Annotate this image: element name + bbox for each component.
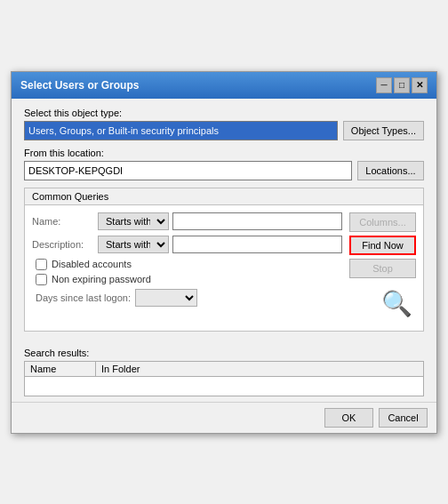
dialog-title: Select Users or Groups: [20, 79, 139, 92]
ok-button[interactable]: OK: [324, 408, 373, 428]
days-dropdown[interactable]: [135, 289, 197, 307]
object-type-input[interactable]: [24, 121, 338, 140]
days-label: Days since last logon:: [36, 292, 131, 303]
description-query-row: Description: Starts with: [32, 236, 342, 253]
columns-section: Name: Starts with Description: Starts wi…: [32, 212, 416, 318]
name-query-input[interactable]: [172, 212, 342, 230]
col-folder: In Folder: [96, 362, 167, 376]
results-table: Name In Folder: [24, 361, 424, 396]
description-starts-with-dropdown[interactable]: Starts with: [98, 236, 169, 253]
cancel-button[interactable]: Cancel: [379, 408, 428, 428]
close-button[interactable]: ✕: [412, 77, 428, 93]
search-magnify-icon: 🔍: [381, 289, 412, 318]
select-users-dialog: Select Users or Groups ─ □ ✕ Select this…: [11, 71, 437, 434]
name-starts-with-dropdown[interactable]: Starts with: [98, 212, 169, 230]
common-queries-tab[interactable]: Common Queries: [25, 188, 423, 205]
search-results-label: Search results:: [24, 348, 424, 358]
results-section: Search results: Name In Folder: [12, 348, 436, 402]
side-buttons: Columns... Find Now Stop 🔍: [349, 212, 416, 318]
maximize-button[interactable]: □: [394, 77, 410, 93]
description-query-label: Description:: [32, 239, 94, 250]
common-queries-body: Name: Starts with Description: Starts wi…: [25, 205, 423, 331]
footer-buttons: OK Cancel: [12, 402, 436, 433]
find-now-button[interactable]: Find Now: [349, 236, 416, 255]
object-types-button[interactable]: Object Types...: [343, 121, 424, 140]
columns-button[interactable]: Columns...: [349, 212, 416, 232]
results-header: Name In Folder: [25, 362, 423, 377]
dialog-body: Select this object type: Object Types...…: [12, 99, 436, 348]
name-query-label: Name:: [32, 216, 94, 227]
title-controls: ─ □ ✕: [376, 77, 428, 93]
minimize-button[interactable]: ─: [376, 77, 392, 93]
non-expiring-label: Non expiring password: [52, 274, 151, 284]
object-type-label: Select this object type:: [24, 108, 424, 118]
search-icon-area: 🔍: [381, 289, 416, 318]
disabled-accounts-checkbox[interactable]: [36, 259, 47, 270]
location-input[interactable]: [24, 161, 352, 180]
queries-area: Name: Starts with Description: Starts wi…: [32, 212, 342, 318]
object-type-row: Object Types...: [24, 121, 424, 140]
disabled-accounts-label: Disabled accounts: [52, 259, 132, 269]
days-row: Days since last logon:: [32, 289, 342, 307]
name-query-row: Name: Starts with: [32, 212, 342, 230]
description-query-input[interactable]: [172, 236, 342, 253]
common-queries-groupbox: Common Queries Name: Starts with: [24, 188, 424, 332]
location-label: From this location:: [24, 148, 424, 158]
stop-button[interactable]: Stop: [349, 259, 416, 278]
col-name: Name: [25, 362, 96, 376]
locations-button[interactable]: Locations...: [357, 161, 424, 180]
non-expiring-checkbox[interactable]: [36, 274, 47, 285]
disabled-accounts-row: Disabled accounts: [32, 259, 342, 270]
location-row: Locations...: [24, 161, 424, 180]
non-expiring-row: Non expiring password: [32, 274, 342, 285]
title-bar: Select Users or Groups ─ □ ✕: [12, 72, 436, 99]
